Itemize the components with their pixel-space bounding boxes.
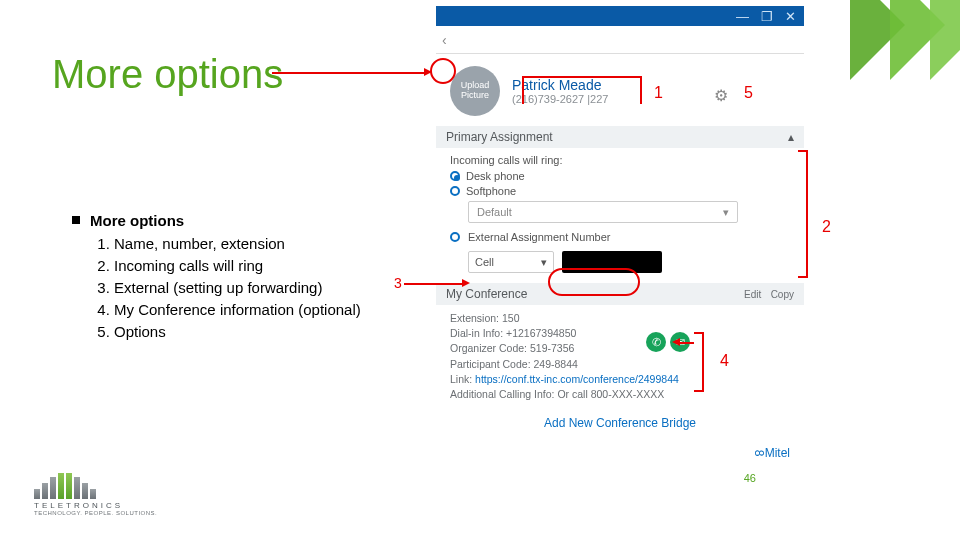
slide-title: More options — [52, 52, 283, 97]
window-min-icon[interactable]: — — [736, 10, 749, 23]
list-item: My Conference information (optional) — [114, 299, 361, 320]
window-close-icon[interactable]: ✕ — [785, 10, 796, 23]
external-type-dropdown[interactable]: Cell▾ — [468, 251, 554, 273]
conf-additional: Additional Calling Info: Or call 800-XXX… — [450, 387, 790, 402]
section-primary-assignment: Primary Assignment — [446, 130, 553, 144]
radio-desk-phone[interactable] — [450, 171, 460, 181]
dropdown-value: Cell — [475, 256, 494, 268]
radio-external[interactable] — [450, 232, 460, 242]
chevron-down-icon: ▾ — [723, 206, 729, 219]
gear-icon[interactable]: ⚙ — [714, 86, 728, 105]
annotation-circle-ext — [548, 268, 640, 296]
chevron-down-icon: ▾ — [541, 256, 547, 269]
slide-number: 46 — [744, 472, 756, 484]
conference-edit-link[interactable]: Edit — [744, 289, 761, 300]
annotation-number-2: 2 — [822, 218, 831, 236]
default-dropdown[interactable]: Default▾ — [468, 201, 738, 223]
conf-dialin: Dial-in Info: +12167394850 — [450, 326, 790, 341]
annotation-bracket-4 — [694, 332, 704, 392]
conf-extension: Extension: 150 — [450, 311, 790, 326]
list-item: Name, number, extension — [114, 233, 361, 254]
conf-organizer: Organizer Code: 519-7356 — [450, 341, 790, 356]
vendor-brand: 8Mitel — [436, 440, 804, 460]
list-item: Incoming calls will ring — [114, 255, 361, 276]
annotation-bracket-1 — [522, 76, 642, 104]
add-conference-bridge-link[interactable]: Add New Conference Bridge — [436, 408, 804, 440]
conf-participant: Participant Code: 249-8844 — [450, 357, 790, 372]
radio-desk-label: Desk phone — [466, 170, 525, 182]
collapse-icon[interactable]: ▴ — [788, 130, 794, 144]
app-window: — ❐ ✕ ‹ Upload Picture Patrick Meade (21… — [436, 6, 804, 436]
radio-softphone[interactable] — [450, 186, 460, 196]
list-item: Options — [114, 321, 361, 342]
annotation-arrowhead — [424, 68, 432, 76]
bullet-heading: More options — [90, 212, 184, 229]
upload-picture-button[interactable]: Upload Picture — [450, 66, 500, 116]
logo-text: TELETRONICS — [34, 501, 157, 510]
annotation-arrowhead — [462, 279, 470, 287]
conf-link-label: Link: — [450, 373, 475, 385]
incoming-label: Incoming calls will ring: — [450, 154, 790, 166]
section-my-conference: My Conference — [446, 287, 527, 301]
annotation-arrowhead — [672, 338, 680, 346]
external-label: External Assignment Number — [468, 231, 610, 243]
window-titlebar: — ❐ ✕ — [436, 6, 804, 26]
conf-link[interactable]: https://conf.ttx-inc.com/conference/2499… — [475, 373, 679, 385]
conference-copy-link[interactable]: Copy — [771, 289, 794, 300]
radio-softphone-label: Softphone — [466, 185, 516, 197]
annotation-number-3: 3 — [394, 275, 402, 291]
back-icon[interactable]: ‹ — [442, 32, 447, 48]
annotation-arrow — [678, 342, 694, 344]
annotation-circle-back — [430, 58, 456, 84]
annotation-arrow — [272, 72, 428, 74]
bullet-list: More options Name, number, extension Inc… — [72, 210, 361, 343]
company-logo: TELETRONICS TECHNOLOGY. PEOPLE. SOLUTION… — [34, 473, 157, 516]
annotation-arrow — [404, 283, 464, 285]
dropdown-value: Default — [477, 206, 512, 218]
annotation-bracket-2 — [798, 150, 808, 278]
annotation-number-1: 1 — [654, 84, 663, 102]
conference-call-icon[interactable]: ✆ — [646, 332, 666, 352]
list-item: External (setting up forwarding) — [114, 277, 361, 298]
annotation-number-4: 4 — [720, 352, 729, 370]
window-max-icon[interactable]: ❐ — [761, 10, 773, 23]
annotation-number-5: 5 — [744, 84, 753, 102]
logo-tagline: TECHNOLOGY. PEOPLE. SOLUTIONS. — [34, 510, 157, 516]
